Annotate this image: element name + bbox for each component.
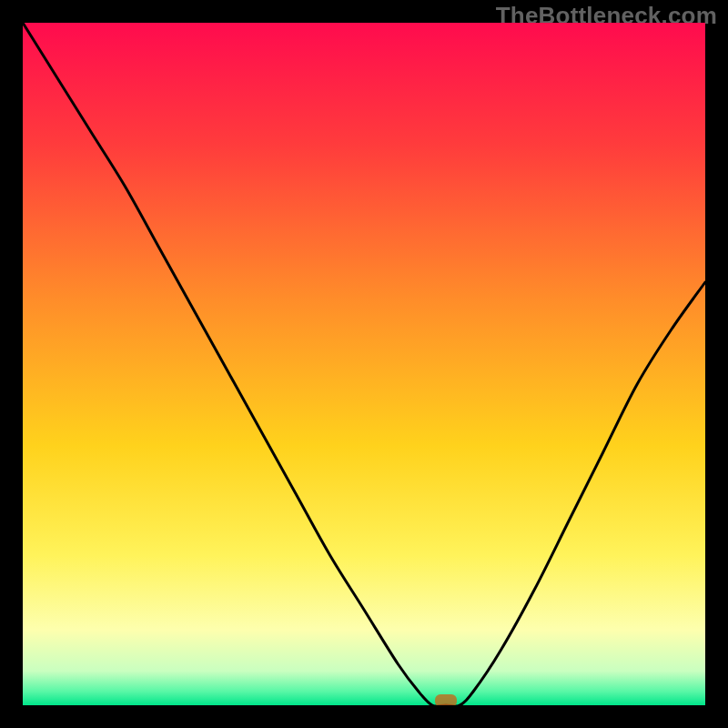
bottleneck-chart <box>23 23 705 705</box>
gradient-background <box>23 23 705 705</box>
chart-frame: TheBottleneck.com <box>0 0 728 728</box>
optimum-marker <box>435 694 457 705</box>
